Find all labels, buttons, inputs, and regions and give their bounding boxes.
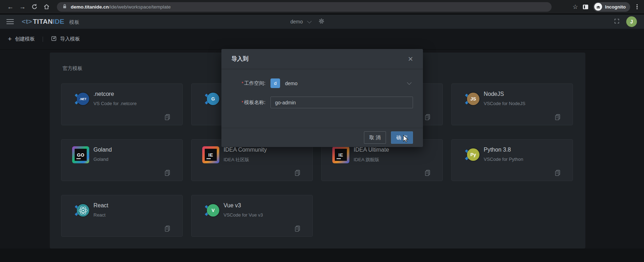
card-title: Vue v3	[224, 202, 241, 209]
card-subtitle: Goland	[93, 157, 108, 162]
required-mark: *	[241, 100, 243, 105]
screen: ← → demo.titanide.cn/ide/web/workspace/t…	[0, 0, 644, 262]
close-icon[interactable]: ×	[408, 55, 413, 62]
template-name-field-row: *模板名称:	[231, 97, 413, 108]
card-title: IDEA Ultimate	[354, 147, 389, 153]
duplicate-template-icon[interactable]	[164, 169, 171, 178]
card-title: React	[93, 202, 108, 209]
back-icon[interactable]: ←	[5, 1, 16, 12]
modal-footer: 取 消 确 定	[221, 128, 423, 147]
workspace-field-label: *工作空间:	[231, 80, 265, 87]
card-subtitle: VS Code for .netcore	[93, 101, 136, 106]
logo-suffix: IDE	[53, 18, 64, 26]
browser-menu-icon[interactable]	[635, 4, 639, 10]
required-mark: *	[241, 81, 243, 86]
create-template-label: 创建模板	[15, 36, 35, 42]
chevron-down-icon	[307, 19, 312, 23]
template-card-vue-v3[interactable]: V Vue v3 VSCode for Vue v3	[191, 195, 313, 237]
workspace-selector[interactable]: demo	[290, 19, 311, 24]
bookmark-star-icon[interactable]: ☆	[573, 3, 578, 11]
duplicate-template-icon[interactable]	[164, 114, 171, 122]
card-title: IDEA Community	[224, 147, 267, 153]
modal-title: 导入到	[231, 55, 248, 63]
workspace-field-row: *工作空间: d demo	[231, 78, 413, 88]
vscode-vue-icon: V	[202, 202, 219, 219]
plus-icon: +	[8, 37, 12, 42]
url-bar[interactable]: demo.titanide.cn/ide/web/workspace/templ…	[57, 2, 552, 12]
card-subtitle: IDEA 社区版	[224, 157, 249, 163]
duplicate-template-icon[interactable]	[424, 169, 431, 178]
url-domain: demo.titanide.cn	[71, 4, 109, 10]
mouse-cursor	[402, 135, 409, 144]
fullscreen-icon[interactable]	[614, 18, 620, 26]
workspace-selector-value: demo	[290, 19, 303, 24]
incognito-badge: Incognito	[593, 2, 630, 12]
template-name-input[interactable]	[270, 97, 413, 108]
vscode-python-icon: Py	[462, 146, 479, 163]
cancel-button[interactable]: 取 消	[364, 131, 386, 144]
browser-chrome: ← → demo.titanide.cn/ide/web/workspace/t…	[0, 0, 644, 13]
logo-angle-mark: <t>	[22, 18, 32, 26]
goland-icon: GO	[72, 146, 89, 163]
chrome-right-controls: ☆ Incognito	[573, 2, 639, 12]
import-modal: 导入到 × *工作空间: d demo *模板名称: 取 消 确 定	[221, 49, 423, 147]
page-footer-strip	[0, 249, 644, 262]
duplicate-template-icon[interactable]	[294, 169, 301, 178]
template-toolbar: + 创建模板 导入模板	[0, 29, 644, 50]
modal-body: *工作空间: d demo *模板名称:	[221, 69, 423, 108]
idea-icon: IE	[332, 146, 349, 163]
template-card-react[interactable]: React React	[61, 195, 183, 237]
duplicate-template-icon[interactable]	[164, 225, 171, 234]
workspace-select-value[interactable]: demo	[285, 81, 297, 86]
app-header: <t> TITAN IDE 模板 demo J	[0, 15, 644, 29]
incognito-icon	[594, 3, 602, 11]
app-logo[interactable]: <t> TITAN IDE 模板	[22, 18, 80, 26]
vscode-dotnet-icon: .NET	[72, 91, 89, 108]
template-card-goland[interactable]: GO Goland Goland	[61, 139, 183, 181]
page-title: 模板	[69, 19, 80, 26]
menu-hamburger-icon[interactable]	[4, 17, 16, 26]
url-text: demo.titanide.cn/ide/web/workspace/templ…	[71, 4, 171, 10]
card-subtitle: VSCode for NodeJS	[484, 101, 525, 106]
incognito-label: Incognito	[605, 4, 626, 10]
import-icon	[51, 36, 57, 43]
idea-icon: IE	[202, 146, 219, 163]
template-name-label: *模板名称:	[231, 99, 265, 106]
create-template-button[interactable]: + 创建模板	[8, 36, 35, 42]
template-card-netcore[interactable]: .NET .netcore VS Code for .netcore	[61, 83, 183, 125]
card-title: NodeJS	[484, 91, 504, 97]
toolbar-divider	[43, 37, 43, 42]
card-subtitle: VSCode for Python	[484, 157, 523, 162]
import-template-button[interactable]: 导入模板	[51, 36, 80, 43]
card-title: Python 3.8	[484, 147, 511, 153]
section-title: 官方模板	[63, 65, 82, 72]
template-card-nodejs[interactable]: JS NodeJS VSCode for NodeJS	[451, 83, 573, 125]
duplicate-template-icon[interactable]	[294, 225, 301, 234]
duplicate-template-icon[interactable]	[554, 169, 561, 178]
side-panel-icon[interactable]	[583, 5, 588, 9]
select-chevron-down-icon[interactable]	[407, 80, 412, 85]
home-icon[interactable]	[41, 1, 52, 12]
forward-icon[interactable]: →	[17, 1, 28, 12]
duplicate-template-icon[interactable]	[424, 114, 431, 122]
card-subtitle: IDEA 旗舰版	[354, 157, 379, 163]
template-card-python38[interactable]: Py Python 3.8 VSCode for Python	[451, 139, 573, 181]
logo-name: TITAN	[33, 18, 53, 26]
lock-icon	[62, 3, 68, 11]
settings-gear-icon[interactable]	[318, 18, 325, 26]
card-subtitle: React	[93, 212, 106, 218]
vscode-go-icon: G	[202, 91, 219, 108]
vscode-react-icon	[72, 202, 89, 219]
vscode-nodejs-icon: JS	[462, 91, 479, 108]
card-title: .netcore	[93, 91, 114, 97]
url-path: /ide/web/workspace/template	[109, 4, 171, 10]
user-avatar[interactable]: J	[626, 16, 637, 27]
card-subtitle: VSCode for Vue v3	[224, 212, 263, 218]
workspace-badge: d	[270, 78, 280, 88]
modal-header: 导入到 ×	[221, 49, 423, 69]
import-template-label: 导入模板	[60, 36, 80, 42]
reload-icon[interactable]	[29, 1, 40, 12]
card-title: Goland	[93, 147, 112, 153]
duplicate-template-icon[interactable]	[554, 114, 561, 122]
